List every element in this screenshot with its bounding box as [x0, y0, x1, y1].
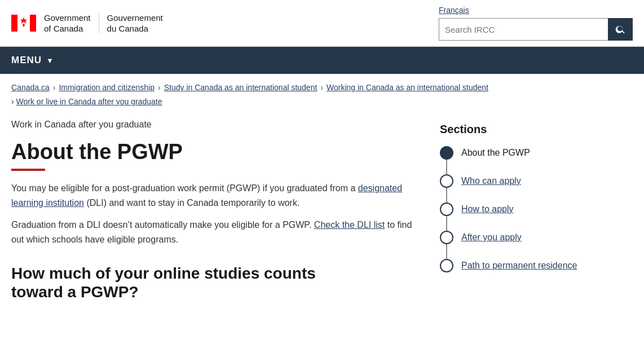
- nav-bar: MENU ▼: [0, 47, 644, 74]
- breadcrumb-sep-3: ›: [320, 82, 323, 94]
- menu-chevron-icon: ▼: [46, 56, 54, 65]
- breadcrumb-work-live[interactable]: Work or live in Canada after you graduat…: [16, 97, 162, 106]
- search-input[interactable]: [439, 18, 608, 41]
- main-content: Work in Canada after you graduate About …: [11, 117, 417, 302]
- breadcrumb-sep-4: ›: [11, 97, 14, 106]
- intro-paragraph-1: You may be eligible for a post-graduatio…: [11, 181, 417, 210]
- menu-label: MENU: [11, 55, 42, 66]
- section-dot-path: [440, 259, 453, 272]
- breadcrumb-sep-2: ›: [158, 82, 161, 94]
- breadcrumb-working[interactable]: Working in Canada as an international st…: [327, 82, 488, 94]
- section-link-who[interactable]: Who can apply: [461, 176, 521, 186]
- breadcrumb-canada[interactable]: Canada.ca: [11, 82, 50, 94]
- logo-divider: [99, 13, 99, 33]
- intro-para2-prefix: Graduation from a DLI doesn’t automatica…: [11, 220, 314, 230]
- breadcrumb-study[interactable]: Study in Canada as an international stud…: [164, 82, 317, 94]
- svg-rect-4: [23, 24, 25, 27]
- search-area: [439, 18, 633, 41]
- site-header: Government of Canada Gouvernement du Can…: [0, 0, 644, 47]
- header-right: Français: [439, 6, 633, 41]
- main-layout: Work in Canada after you graduate About …: [0, 112, 644, 313]
- section-label-about: About the PGWP: [461, 148, 530, 158]
- gov-name-fr: Gouvernement du Canada: [107, 12, 163, 34]
- section-dot-who: [440, 174, 453, 188]
- section-link-path[interactable]: Path to permanent residence: [461, 261, 577, 271]
- gov-name-en: Government of Canada: [44, 12, 91, 34]
- sections-list: About the PGWP Who can apply How to appl…: [440, 146, 586, 272]
- section-item-after: After you apply: [440, 231, 586, 244]
- section-item-path: Path to permanent residence: [440, 259, 586, 272]
- language-toggle[interactable]: Français: [439, 6, 469, 15]
- section-item-who: Who can apply: [440, 174, 586, 188]
- section-dot-about: [440, 146, 453, 160]
- section-item-how: How to apply: [440, 202, 586, 216]
- sections-sidebar: Sections About the PGWP Who can apply Ho…: [440, 117, 586, 302]
- section-item-about: About the PGWP: [440, 146, 586, 160]
- svg-rect-1: [30, 15, 36, 32]
- section-link-after[interactable]: After you apply: [461, 232, 522, 243]
- canada-flag-icon: [11, 15, 36, 32]
- breadcrumb-immigration[interactable]: Immigration and citizenship: [59, 82, 155, 94]
- search-icon: [615, 24, 626, 35]
- section-dot-how: [440, 202, 453, 216]
- breadcrumb: Canada.ca › Immigration and citizenship …: [0, 74, 644, 112]
- svg-rect-0: [11, 15, 17, 32]
- title-underline: [11, 169, 45, 171]
- section-dot-after: [440, 231, 453, 244]
- section-link-how[interactable]: How to apply: [461, 204, 514, 214]
- intro-para1-suffix: (DLI) and want to stay in Canada tempora…: [84, 198, 299, 208]
- logo-area: Government of Canada Gouvernement du Can…: [11, 12, 163, 34]
- page-subtitle: Work in Canada after you graduate: [11, 117, 417, 132]
- sections-title: Sections: [440, 123, 586, 136]
- online-studies-heading: How much of your online studies counts t…: [11, 264, 417, 302]
- page-title: About the PGWP: [11, 140, 417, 165]
- dli-list-link[interactable]: Check the DLI list: [314, 220, 385, 230]
- search-button[interactable]: [608, 18, 633, 41]
- breadcrumb-sep-1: ›: [53, 82, 56, 94]
- menu-button[interactable]: MENU ▼: [11, 55, 54, 66]
- intro-paragraph-2: Graduation from a DLI doesn’t automatica…: [11, 218, 417, 246]
- intro-para1-prefix: You may be eligible for a post-graduatio…: [11, 183, 358, 193]
